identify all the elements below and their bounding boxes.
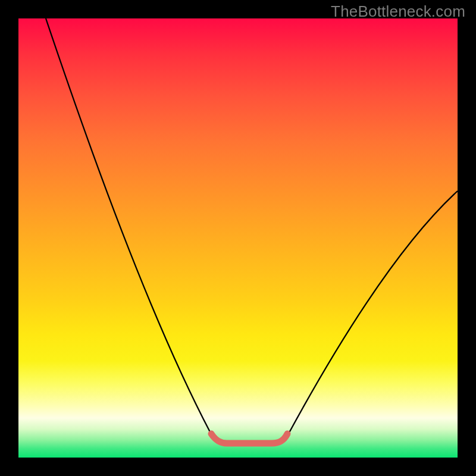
bottleneck-flat-highlight [211, 434, 287, 443]
watermark-label: TheBottleneck.com [331, 2, 465, 21]
bottleneck-curve [46, 18, 458, 443]
chart-svg [18, 18, 458, 458]
plot-area [18, 18, 458, 458]
chart-frame: TheBottleneck.com [0, 0, 476, 476]
